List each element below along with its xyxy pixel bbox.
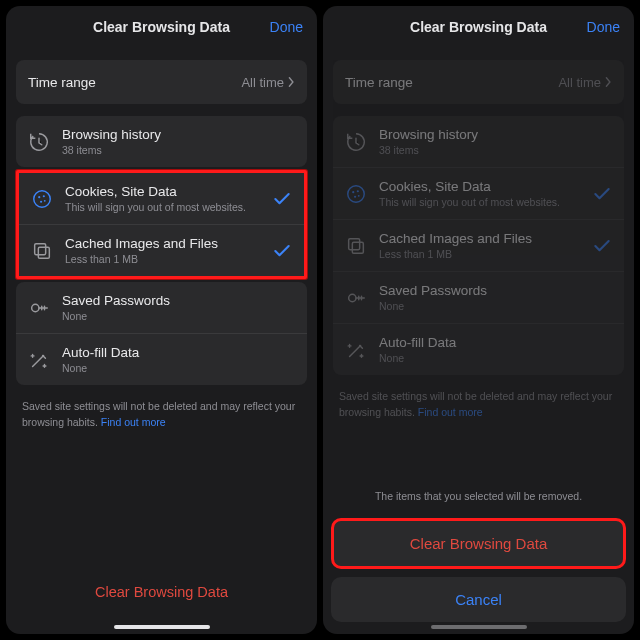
home-indicator[interactable]	[114, 625, 210, 629]
key-icon	[345, 287, 367, 309]
list-item-history[interactable]: Browsing history 38 items	[333, 116, 624, 167]
chevron-right-icon	[288, 73, 295, 91]
item-title: Cookies, Site Data	[379, 179, 586, 194]
clear-browsing-data-button[interactable]: Clear Browsing Data	[6, 570, 317, 620]
svg-point-12	[358, 194, 360, 196]
svg-rect-14	[352, 242, 363, 253]
item-sub: This will sign you out of most websites.	[65, 201, 266, 213]
item-sub: None	[379, 300, 612, 312]
item-title: Browsing history	[379, 127, 612, 142]
history-icon	[345, 131, 367, 153]
check-icon	[592, 236, 612, 256]
sheet-message: The items that you selected will be remo…	[331, 490, 626, 510]
item-sub: None	[62, 362, 295, 374]
item-sub: 38 items	[379, 144, 612, 156]
header: Clear Browsing Data Done	[6, 6, 317, 48]
wand-icon	[345, 339, 367, 361]
item-title: Browsing history	[62, 127, 295, 142]
svg-point-10	[357, 190, 359, 192]
svg-point-3	[40, 200, 42, 202]
svg-point-15	[349, 294, 356, 301]
check-icon	[592, 184, 612, 204]
svg-rect-5	[35, 243, 46, 254]
action-sheet: The items that you selected will be remo…	[331, 490, 626, 622]
check-icon	[272, 189, 292, 209]
footnote: Saved site settings will not be deleted …	[16, 385, 307, 431]
footnote: Saved site settings will not be deleted …	[333, 375, 624, 421]
svg-point-0	[34, 190, 51, 207]
wand-icon	[28, 349, 50, 371]
svg-point-9	[352, 191, 354, 193]
item-title: Cached Images and Files	[65, 236, 266, 251]
list-item-autofill[interactable]: Auto-fill Data None	[333, 323, 624, 375]
list-item-cookies[interactable]: Cookies, Site Data This will sign you ou…	[19, 173, 304, 224]
item-sub: None	[62, 310, 295, 322]
screen-left: Clear Browsing Data Done Time range All …	[6, 6, 317, 634]
check-icon	[272, 241, 292, 261]
list-item-cache[interactable]: Cached Images and Files Less than 1 MB	[19, 224, 304, 276]
list-item-autofill[interactable]: Auto-fill Data None	[16, 333, 307, 385]
chevron-right-icon	[605, 73, 612, 91]
item-title: Auto-fill Data	[379, 335, 612, 350]
page-title: Clear Browsing Data	[410, 19, 547, 35]
item-title: Cookies, Site Data	[65, 184, 266, 199]
cancel-button[interactable]: Cancel	[331, 577, 626, 622]
svg-point-2	[43, 195, 45, 197]
svg-point-7	[32, 304, 39, 311]
svg-point-8	[348, 185, 365, 202]
done-button[interactable]: Done	[270, 6, 303, 48]
item-sub: None	[379, 352, 612, 364]
svg-point-1	[38, 196, 40, 198]
item-sub: Less than 1 MB	[65, 253, 266, 265]
page-title: Clear Browsing Data	[93, 19, 230, 35]
item-title: Auto-fill Data	[62, 345, 295, 360]
time-range-label: Time range	[345, 75, 558, 90]
header: Clear Browsing Data Done	[323, 6, 634, 48]
item-title: Cached Images and Files	[379, 231, 586, 246]
list-item-passwords[interactable]: Saved Passwords None	[333, 271, 624, 323]
svg-point-11	[354, 195, 356, 197]
list-item-passwords[interactable]: Saved Passwords None	[16, 282, 307, 333]
find-out-more-link[interactable]: Find out more	[418, 406, 483, 418]
list-item-history[interactable]: Browsing history 38 items	[16, 116, 307, 167]
time-range-row[interactable]: Time range All time	[16, 60, 307, 104]
item-title: Saved Passwords	[62, 293, 295, 308]
svg-point-4	[44, 199, 46, 201]
cookie-icon	[31, 188, 53, 210]
cache-icon	[31, 240, 53, 262]
list-item-cache[interactable]: Cached Images and Files Less than 1 MB	[333, 219, 624, 271]
time-range-label: Time range	[28, 75, 241, 90]
svg-rect-13	[349, 238, 360, 249]
screen-right: Clear Browsing Data Done Time range All …	[323, 6, 634, 634]
cookie-icon	[345, 183, 367, 205]
cache-icon	[345, 235, 367, 257]
confirm-clear-button[interactable]: Clear Browsing Data	[331, 518, 626, 569]
svg-rect-6	[38, 247, 49, 258]
find-out-more-link[interactable]: Find out more	[101, 416, 166, 428]
time-range-value: All time	[558, 75, 601, 90]
time-range-value: All time	[241, 75, 284, 90]
item-sub: This will sign you out of most websites.	[379, 196, 586, 208]
item-sub: Less than 1 MB	[379, 248, 586, 260]
home-indicator[interactable]	[431, 625, 527, 629]
time-range-row[interactable]: Time range All time	[333, 60, 624, 104]
item-title: Saved Passwords	[379, 283, 612, 298]
done-button[interactable]: Done	[587, 6, 620, 48]
list-item-cookies[interactable]: Cookies, Site Data This will sign you ou…	[333, 167, 624, 219]
history-icon	[28, 131, 50, 153]
item-sub: 38 items	[62, 144, 295, 156]
key-icon	[28, 297, 50, 319]
